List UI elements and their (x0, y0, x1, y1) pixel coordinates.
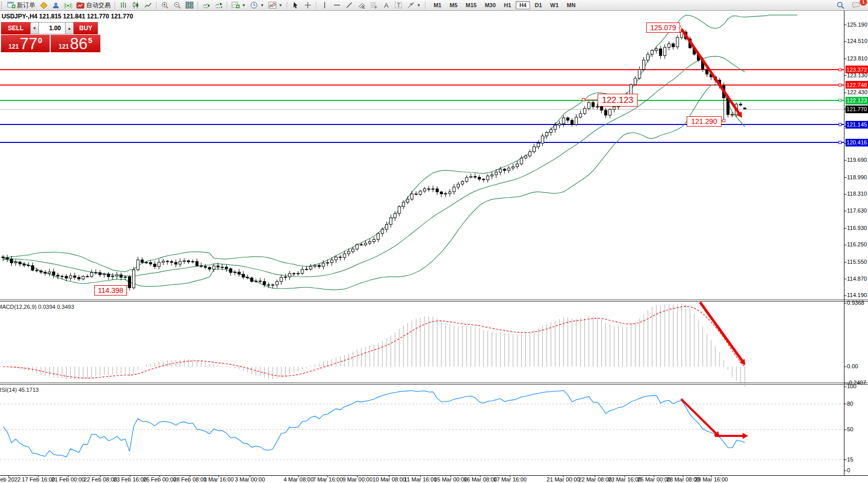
candle-bullish (545, 133, 548, 136)
candle-bullish (352, 249, 354, 251)
candle-bullish (453, 187, 455, 192)
candle-bearish (6, 258, 9, 259)
candle-bullish (305, 269, 308, 270)
candle-bearish (128, 277, 131, 288)
candle-bullish (495, 172, 497, 175)
candle-bearish (267, 285, 270, 285)
candle-bullish (499, 169, 502, 172)
candle-bearish (744, 108, 746, 109)
candle-bullish (411, 194, 413, 199)
candle-bullish (364, 243, 367, 245)
candle-bullish (192, 262, 194, 262)
candle-bullish (82, 277, 84, 279)
candle-bearish (428, 189, 430, 190)
candle-bullish (461, 181, 464, 184)
candle-bearish (292, 274, 295, 274)
candle-bullish (638, 70, 641, 78)
candle-bullish (558, 124, 561, 125)
candle-bearish (566, 118, 569, 120)
candle-bullish (398, 206, 400, 214)
candle-bearish (415, 194, 417, 194)
candle-bullish (596, 107, 599, 107)
candle-bearish (154, 264, 156, 266)
trend-arrow-macd[interactable] (700, 302, 742, 361)
candle-bullish (390, 218, 392, 224)
candle-bearish (65, 276, 68, 278)
candle-bullish (630, 85, 632, 94)
candle-bullish (116, 275, 118, 276)
candle-bearish (706, 70, 708, 74)
candle-bullish (322, 263, 325, 267)
annotation-bottom-low[interactable]: 114.398 (94, 285, 127, 296)
level-line-anchor (839, 99, 841, 102)
candle-bearish (23, 264, 26, 265)
candle-bearish (10, 259, 13, 263)
annotation-pullback-low[interactable]: 121.290 (687, 116, 722, 127)
candle-bullish (271, 285, 274, 285)
candle-bearish (31, 266, 34, 270)
candle-bullish (681, 32, 683, 37)
annotation-swing-high[interactable]: 125.079 (646, 23, 680, 33)
candle-bearish (731, 115, 733, 115)
candle-bearish (145, 262, 147, 263)
sell-button[interactable]: SELL (1, 22, 30, 34)
buy-price-pips: 86 (70, 36, 88, 52)
candle-bearish (18, 262, 21, 264)
candle-bearish (44, 272, 47, 273)
annotation-mid-level[interactable]: 122.123 (598, 94, 638, 107)
candle-bearish (672, 44, 674, 47)
candle-bearish (482, 179, 485, 180)
candle-bearish (739, 104, 742, 105)
buy-price-handle: 121 (59, 43, 69, 50)
candle-bullish (419, 191, 421, 195)
volume-input[interactable] (39, 22, 65, 34)
candle-bullish (470, 177, 472, 178)
candle-bullish (516, 164, 519, 166)
candle-bullish (609, 110, 611, 115)
candle-bullish (297, 274, 300, 274)
candle-bullish (537, 143, 540, 146)
candle-bearish (2, 257, 5, 258)
sell-price-display[interactable]: 121770 (1, 35, 50, 52)
candle-bullish (634, 78, 637, 85)
candle-bearish (175, 262, 177, 264)
candle-bearish (246, 277, 249, 278)
macd-indicator-label: MACD(12,26,9) 0.0394 0.3493 (0, 304, 74, 310)
candle-bearish (171, 262, 173, 263)
candle-bullish (457, 184, 459, 187)
candle-bearish (187, 261, 190, 262)
candle-bearish (56, 275, 59, 276)
candle-bearish (27, 265, 30, 266)
chart-canvas[interactable] (0, 0, 868, 483)
candle-bullish (90, 272, 93, 277)
candle-bullish (394, 214, 396, 218)
candle-bearish (503, 169, 506, 171)
candle-bullish (301, 269, 304, 274)
candle-bullish (111, 276, 114, 277)
candle-bullish (284, 277, 287, 278)
candle-bearish (436, 189, 438, 192)
candle-bullish (676, 37, 679, 47)
candle-bullish (314, 265, 316, 266)
candle-bullish (486, 176, 489, 180)
candle-bullish (14, 262, 17, 263)
volume-decrease-button[interactable]: ▼ (30, 22, 39, 34)
candle-bullish (642, 60, 645, 69)
candle-bullish (213, 266, 215, 269)
candle-bearish (61, 276, 63, 277)
candle-bearish (318, 265, 321, 266)
candle-bearish (40, 271, 43, 272)
candle-bullish (541, 136, 544, 143)
candle-bullish (554, 125, 557, 129)
candle-bullish (103, 274, 105, 275)
macd-signal-line (3, 306, 745, 378)
volume-increase-button[interactable]: ▲ (65, 22, 74, 34)
candle-bullish (562, 118, 565, 124)
candle-bullish (424, 189, 426, 191)
level-line-anchor (839, 141, 841, 144)
buy-price-display[interactable]: 121865 (51, 35, 100, 52)
level-line-anchor (839, 123, 841, 126)
candle-bullish (465, 177, 468, 181)
candle-bullish (432, 189, 434, 190)
buy-button[interactable]: BUY (74, 22, 98, 34)
